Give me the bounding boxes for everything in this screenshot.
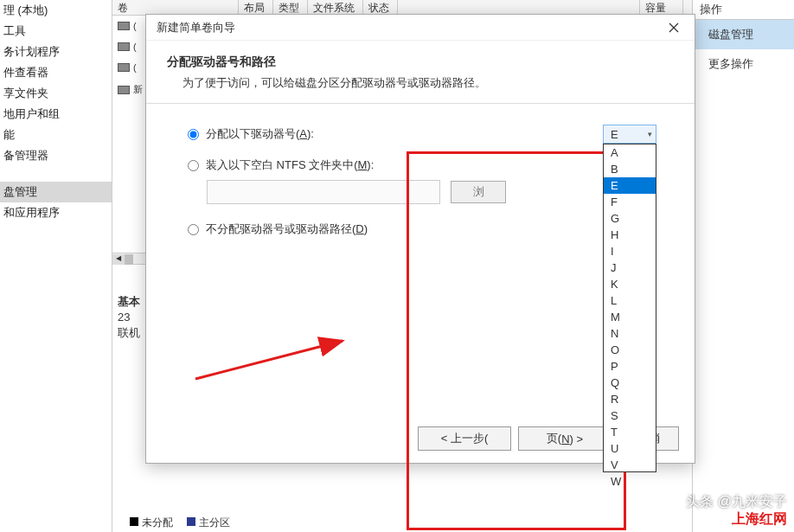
nav-item[interactable]: 理 (本地) [0, 0, 112, 21]
col-layout[interactable]: 布局 [239, 0, 273, 15]
disk-summary-status: 联机 [118, 326, 140, 339]
drive-letter-option[interactable]: T [604, 424, 656, 440]
nav-item[interactable]: 务计划程序 [0, 42, 112, 62]
disk-icon [118, 86, 130, 94]
radio-assign-letter[interactable] [188, 129, 199, 140]
dialog-heading: 分配驱动器号和路径 [167, 54, 674, 70]
nav-item[interactable]: 地用户和组 [0, 104, 112, 125]
nav-item[interactable]: 能 [0, 125, 112, 145]
selected-letter: E [611, 128, 618, 141]
drive-letter-option[interactable]: V [604, 457, 656, 473]
option-label: 不分配驱动器号或驱动器路径(D) [206, 221, 368, 237]
nav-item[interactable]: 和应用程序 [0, 202, 112, 223]
nav-item[interactable]: 件查看器 [0, 62, 112, 83]
legend-label: 主分区 [199, 516, 230, 529]
option-no-assign[interactable]: 不分配驱动器号或驱动器路径(D) [188, 221, 653, 237]
watermark-source: 上海红网 [732, 510, 787, 529]
drive-letter-list[interactable]: ABEFGHIJKLMNOPQRSTUVW [603, 144, 656, 472]
nav-item-disk-mgmt[interactable]: 盘管理 [0, 182, 112, 202]
scroll-left-icon[interactable]: ◀ [112, 254, 125, 265]
option-assign-letter[interactable]: 分配以下驱动器号(A): [188, 126, 653, 142]
drive-letter-option[interactable]: I [604, 243, 656, 260]
drive-letter-option[interactable]: P [604, 358, 656, 375]
dialog-body: 分配以下驱动器号(A): 装入以下空白 NTFS 文件夹中(M): 浏 不分配驱… [146, 104, 695, 415]
drive-letter-option[interactable]: W [604, 473, 656, 490]
wizard-dialog: 新建简单卷向导 分配驱动器号和路径 为了便于访问，可以给磁盘分区分配驱动器号或驱… [145, 14, 695, 464]
drive-letter-option[interactable]: G [604, 210, 656, 227]
drive-letter-option[interactable]: S [604, 407, 656, 424]
action-more[interactable]: 更多操作 [693, 49, 794, 79]
action-disk-mgmt[interactable]: 磁盘管理 [693, 20, 794, 49]
nav-item[interactable]: 享文件夹 [0, 83, 112, 104]
disk-icon [118, 42, 130, 51]
col-type[interactable]: 类型 [273, 0, 308, 15]
back-button[interactable]: < 上一步( [418, 426, 511, 451]
option-label: 分配以下驱动器号(A): [206, 126, 314, 142]
drive-letter-option[interactable]: M [604, 309, 656, 325]
drive-letter-option[interactable]: J [604, 260, 656, 276]
drive-letter-option[interactable]: B [604, 161, 656, 177]
dialog-title: 新建简单卷向导 [157, 20, 235, 35]
drive-letter-option[interactable]: A [604, 144, 656, 161]
drive-letter-option[interactable]: R [604, 391, 656, 407]
legend-swatch-primary [187, 517, 195, 526]
option-mount-folder[interactable]: 装入以下空白 NTFS 文件夹中(M): [188, 157, 653, 173]
dialog-titlebar: 新建简单卷向导 [146, 15, 695, 41]
nav-item[interactable]: 备管理器 [0, 145, 112, 166]
option-label: 装入以下空白 NTFS 文件夹中(M): [206, 157, 374, 173]
col-spacer [398, 0, 640, 15]
legend: 未分配 主分区 [130, 516, 230, 530]
radio-no-assign[interactable] [188, 224, 199, 235]
scroll-thumb[interactable] [125, 254, 133, 265]
drive-letter-option[interactable]: K [604, 276, 656, 292]
folder-path-input[interactable] [207, 180, 440, 204]
col-status[interactable]: 状态 [363, 0, 398, 15]
chevron-down-icon: ▾ [648, 130, 652, 138]
drive-letter-option[interactable]: Q [604, 375, 656, 391]
actions-header: 操作 [693, 0, 794, 20]
disk-icon [118, 63, 130, 72]
dialog-subtext: 为了便于访问，可以给磁盘分区分配驱动器号或驱动器路径。 [167, 75, 674, 91]
browse-button[interactable]: 浏 [451, 181, 506, 203]
nav-item[interactable]: 工具 [0, 21, 112, 42]
close-button[interactable] [660, 17, 688, 38]
radio-mount-folder[interactable] [188, 160, 199, 171]
drive-letter-option[interactable]: L [604, 292, 656, 309]
next-button[interactable]: 页(N) > [518, 426, 612, 451]
drive-letter-option[interactable]: H [604, 227, 656, 243]
col-volume[interactable]: 卷 [112, 0, 239, 15]
legend-swatch-unallocated [130, 517, 138, 526]
actions-panel: 操作 磁盘管理 更多操作 [692, 0, 794, 532]
drive-letter-select[interactable]: E ▾ [603, 125, 656, 144]
watermark: 头条 @九米安子 [686, 493, 787, 511]
close-icon [669, 22, 679, 33]
disk-icon [118, 22, 130, 30]
drive-letter-option[interactable]: O [604, 342, 656, 358]
drive-letter-option[interactable]: E [604, 177, 656, 194]
col-capacity[interactable]: 容量 [640, 0, 683, 15]
drive-letter-option[interactable]: N [604, 325, 656, 342]
drive-letter-option[interactable]: U [604, 440, 656, 457]
left-nav: 理 (本地) 工具 务计划程序 件查看器 享文件夹 地用户和组 能 备管理器 盘… [0, 0, 112, 532]
drive-letter-dropdown[interactable]: E ▾ ABEFGHIJKLMNOPQRSTUVW [603, 125, 656, 144]
disk-summary-size: 23 [118, 311, 130, 324]
disk-summary-title: 基本 [118, 295, 140, 308]
drive-letter-option[interactable]: F [604, 194, 656, 210]
disk-summary: 基本 23 联机 [118, 294, 140, 342]
legend-label: 未分配 [142, 516, 173, 529]
dialog-header: 分配驱动器号和路径 为了便于访问，可以给磁盘分区分配驱动器号或驱动器路径。 [146, 41, 695, 104]
col-fs[interactable]: 文件系统 [308, 0, 363, 15]
